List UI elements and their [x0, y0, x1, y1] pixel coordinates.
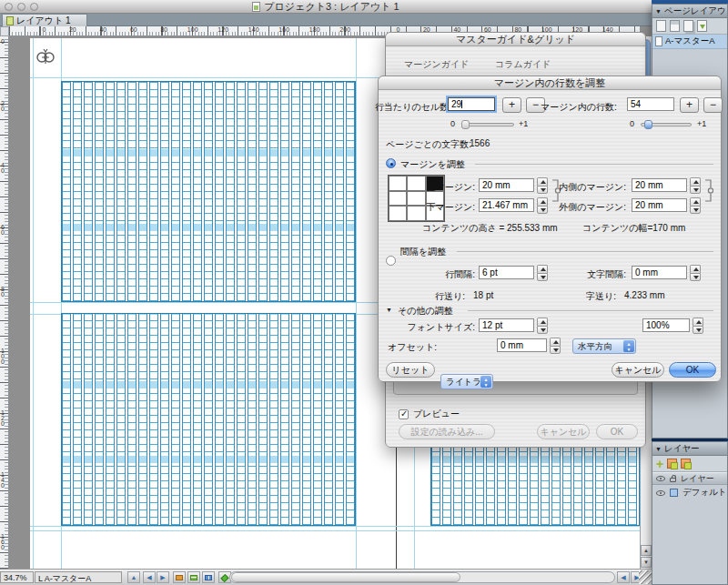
lines-slider[interactable]	[641, 123, 692, 126]
other-section-disclosure-icon[interactable]: ▼	[386, 307, 392, 313]
lines-decrement-button[interactable]: −	[703, 97, 723, 113]
disclosure-icon[interactable]: ▼	[655, 446, 662, 452]
master-page-item[interactable]: A-マスターA	[652, 35, 727, 49]
offset-input[interactable]: 0 mm	[497, 338, 547, 352]
ruler-number: 8 0	[1, 287, 5, 298]
master-guides-dialog-title[interactable]: マスターガイド&グリッド	[386, 33, 645, 46]
page-layout-palette-header[interactable]: ▼ ページレイアウト	[652, 5, 727, 18]
bottom-margin-stepper[interactable]	[537, 197, 548, 214]
horizontal-scale-stepper[interactable]	[693, 318, 703, 334]
vertical-ruler[interactable]: 02 04 06 08 01 0 01 2 01 4 01 6 0	[0, 36, 9, 569]
delete-page-icon[interactable]	[697, 20, 707, 32]
ruler-number: 160	[278, 26, 289, 33]
lines-slider-thumb[interactable]	[644, 120, 652, 129]
layer-row-default[interactable]: デフォルト	[652, 485, 727, 500]
bottom-margin-input[interactable]: 21.467 mm	[479, 198, 534, 212]
load-settings-button[interactable]: 設定の読み込み...	[399, 424, 495, 439]
scroll-up-icon[interactable]: ▲	[641, 545, 652, 556]
cells-per-line-input[interactable]: 29	[448, 97, 495, 111]
horizontal-scroll-thumb[interactable]	[231, 572, 460, 582]
column-guides-section-label[interactable]: コラムガイド	[495, 58, 551, 71]
guide-horizontal[interactable]	[30, 530, 640, 531]
scale-direction-popup[interactable]: 水平方向 ▲ ▼	[572, 338, 636, 354]
new-layer-icon[interactable]: +	[656, 459, 663, 469]
lines-slider-min-label: 0	[630, 119, 634, 128]
page-layout-palette-title: ページレイアウト	[664, 5, 727, 17]
line-spacing-input[interactable]: 6 pt	[479, 266, 534, 279]
ok-button[interactable]: OK	[669, 362, 716, 378]
bottom-margin-label: 下マージン:	[404, 201, 475, 214]
font-size-stepper[interactable]	[537, 318, 548, 334]
adjust-rows-dialog-title[interactable]: マージン内の行数を調整	[379, 76, 721, 90]
blank-page-icon[interactable]	[656, 20, 666, 32]
top-margin-stepper[interactable]	[537, 177, 548, 194]
ruler-corner	[0, 26, 9, 36]
top-margin-input[interactable]: 20 mm	[479, 178, 534, 192]
tab-layout-1[interactable]: レイアウト 1	[2, 14, 87, 26]
lines-increment-button[interactable]: +	[680, 97, 699, 113]
char-spacing-label: 文字間隔:	[548, 268, 626, 281]
inside-margin-input[interactable]: 20 mm	[632, 178, 687, 192]
previous-page-button[interactable]: ◀	[143, 571, 156, 583]
layer-visibility-icon[interactable]	[656, 490, 665, 496]
horizontal-scrollbar[interactable]	[229, 571, 615, 583]
page-indicator-field[interactable]: L A-マスターA	[35, 571, 122, 583]
group-divider	[468, 310, 713, 311]
view-mode-3-button[interactable]	[202, 571, 215, 583]
horizontal-scale-input[interactable]: 100%	[642, 318, 690, 332]
next-page-button[interactable]: ▶	[157, 571, 169, 583]
master-page-item-label: A-マスターA	[665, 35, 715, 47]
popup-arrows-icon: ▲ ▼	[480, 376, 491, 388]
zoom-level-field[interactable]: 34.7%	[0, 571, 34, 583]
window-titlebar[interactable]: プロジェクト3 : レイアウト 1	[0, 0, 652, 14]
char-spacing-input[interactable]: 0 mm	[632, 266, 687, 279]
guide-vertical[interactable]	[33, 38, 34, 569]
view-mode-1-button[interactable]	[173, 571, 186, 583]
offset-type-popup[interactable]: ライトラ… ▲ ▼	[440, 374, 493, 389]
minimize-window-icon[interactable]	[17, 3, 25, 11]
font-size-input[interactable]: 12 pt	[479, 318, 534, 332]
page-popup-button[interactable]: ▲	[127, 571, 140, 583]
layers-palette: ▼ レイヤー + レイヤー デフォルト	[652, 441, 728, 585]
text-grid-block[interactable]	[61, 81, 356, 302]
chars-per-page-label: ページごとの文字数:	[386, 138, 471, 151]
adjust-spacing-radio[interactable]	[386, 256, 396, 266]
reset-button[interactable]: リセット	[386, 362, 435, 378]
cells-slider-thumb[interactable]	[461, 120, 470, 129]
scroll-left-icon[interactable]: ◀	[617, 571, 630, 583]
lines-in-margin-input[interactable]: 54	[627, 97, 674, 111]
view-mode-2-button[interactable]	[187, 571, 200, 583]
adjust-margins-radio[interactable]	[386, 158, 396, 168]
preview-checkbox[interactable]	[399, 409, 409, 419]
offset-stepper[interactable]	[550, 338, 561, 354]
margin-guides-section-label[interactable]: マージンガイド	[404, 58, 469, 71]
text-grid-block[interactable]	[61, 313, 356, 526]
merge-layer-icon[interactable]	[681, 459, 691, 469]
master-cancel-button[interactable]: キャンセル	[537, 424, 590, 439]
disclosure-icon[interactable]: ▼	[655, 8, 662, 15]
window-resize-grip[interactable]	[639, 570, 652, 584]
zoom-window-icon[interactable]	[30, 3, 38, 11]
char-feed-value: 4.233 mm	[624, 290, 664, 300]
inside-margin-stepper[interactable]	[690, 177, 701, 194]
ruler-number: 0	[1, 39, 5, 45]
visibility-column-icon	[656, 476, 665, 481]
duplicate-layer-icon[interactable]	[667, 459, 677, 469]
master-page-icon[interactable]	[670, 20, 680, 32]
duplicate-page-icon[interactable]	[683, 20, 693, 32]
guide-vertical[interactable]	[356, 38, 357, 569]
close-window-icon[interactable]	[5, 3, 13, 11]
line-spacing-stepper[interactable]	[537, 265, 548, 281]
scroll-down-icon[interactable]: ▼	[641, 557, 652, 568]
layers-palette-header[interactable]: ▼ レイヤー	[652, 442, 727, 456]
layer-color-swatch[interactable]	[670, 489, 678, 497]
cells-increment-button[interactable]: +	[502, 97, 521, 113]
outside-margin-stepper[interactable]	[690, 197, 701, 214]
outside-margin-input[interactable]: 20 mm	[632, 198, 687, 212]
master-ok-button[interactable]: OK	[596, 424, 638, 439]
guide-horizontal[interactable]	[30, 526, 640, 527]
char-spacing-stepper[interactable]	[690, 265, 701, 281]
cells-slider[interactable]	[461, 123, 514, 126]
cancel-button[interactable]: キャンセル	[612, 362, 664, 378]
master-page-thumb-icon	[655, 36, 662, 46]
